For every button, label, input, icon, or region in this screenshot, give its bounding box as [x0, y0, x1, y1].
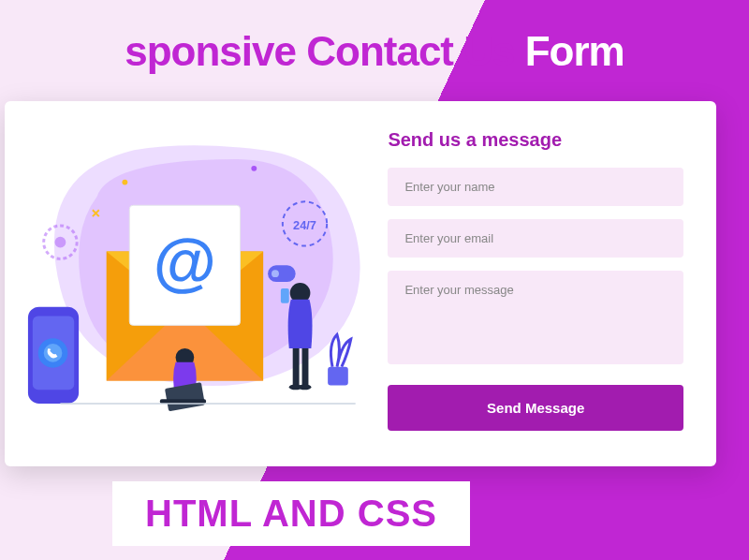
svg-point-7	[44, 344, 63, 362]
svg-text:@: @	[154, 226, 216, 298]
contact-illustration: 24/7 @	[23, 120, 374, 448]
contact-form: Send us a message Send Message	[374, 120, 698, 448]
send-message-button[interactable]: Send Message	[388, 385, 683, 431]
form-heading: Send us a message	[388, 129, 683, 151]
svg-point-1	[54, 237, 66, 248]
svg-rect-18	[281, 288, 289, 303]
svg-point-17	[299, 384, 312, 390]
email-input[interactable]	[388, 219, 683, 258]
footer-banner: HTML AND CSS	[112, 481, 470, 546]
contact-card: 24/7 @	[5, 101, 716, 466]
title-part-1: sponsive Contact Us	[125, 28, 514, 74]
name-input[interactable]	[388, 168, 683, 206]
page-title: sponsive Contact Us Form	[0, 28, 749, 75]
svg-rect-21	[328, 367, 348, 386]
svg-text:24/7: 24/7	[293, 218, 316, 232]
svg-rect-15	[302, 348, 309, 385]
footer-text: HTML AND CSS	[145, 493, 437, 534]
svg-rect-14	[293, 348, 300, 385]
svg-point-24	[251, 166, 257, 171]
message-textarea[interactable]	[388, 271, 683, 364]
svg-point-20	[272, 270, 279, 277]
svg-point-23	[122, 180, 127, 185]
envelope-illustration-icon: 24/7 @	[23, 120, 374, 448]
svg-rect-11	[165, 382, 205, 411]
title-part-2: Form	[525, 28, 624, 74]
